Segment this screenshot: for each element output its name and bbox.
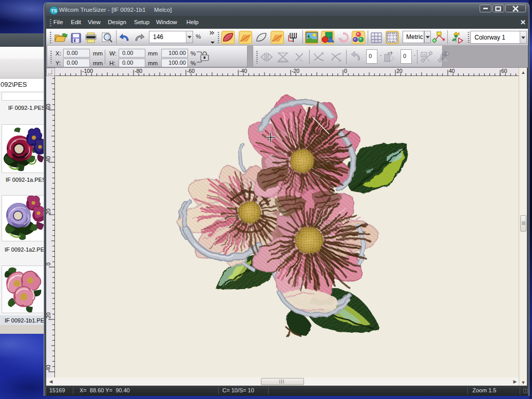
svg-text:20: 20 <box>396 68 403 74</box>
svg-text:40: 40 <box>46 156 51 162</box>
svg-text:-60: -60 <box>187 68 195 74</box>
svg-text:-40: -40 <box>46 365 51 372</box>
svg-text:60: 60 <box>501 68 507 74</box>
svg-text:20: 20 <box>46 208 51 215</box>
svg-text:0: 0 <box>46 262 51 265</box>
svg-text:40: 40 <box>449 68 455 74</box>
svg-text:-40: -40 <box>239 68 247 74</box>
svg-text:10: 10 <box>422 53 426 57</box>
svg-text:0: 0 <box>344 68 347 74</box>
svg-text:-20: -20 <box>292 68 299 74</box>
svg-text:-100: -100 <box>82 68 93 74</box>
svg-text:TS: TS <box>51 8 57 13</box>
svg-text:-80: -80 <box>135 68 142 74</box>
svg-text:-20: -20 <box>46 312 51 320</box>
svg-text:60: 60 <box>46 104 51 110</box>
